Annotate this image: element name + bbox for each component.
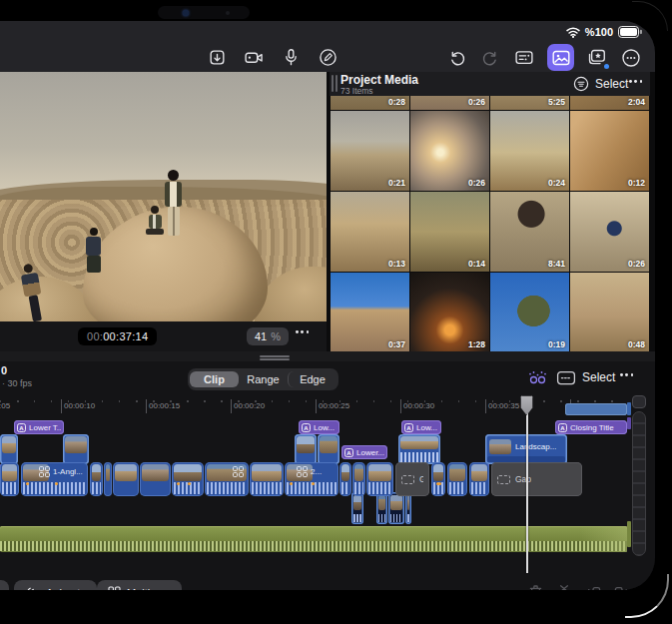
media-thumbnail[interactable]: 0:48 bbox=[570, 273, 649, 352]
media-thumbnail[interactable]: 1:28 bbox=[410, 273, 489, 352]
timeline-select-button[interactable]: Select bbox=[582, 370, 615, 384]
more-icon[interactable] bbox=[620, 47, 642, 69]
keyframe-dot bbox=[55, 482, 58, 485]
timeline-clip[interactable] bbox=[172, 462, 204, 496]
insert-icon[interactable] bbox=[584, 583, 602, 590]
timeline-clip[interactable] bbox=[469, 462, 489, 496]
music-audio-track[interactable] bbox=[0, 526, 627, 552]
title-clip[interactable]: ALow... bbox=[401, 420, 441, 434]
media-grid-viewport: 0:280:265:252:040:210:260:240:120:130:14… bbox=[331, 96, 649, 357]
insert-mode-icon[interactable] bbox=[556, 369, 576, 390]
connected-clip-below[interactable] bbox=[351, 492, 363, 524]
title-text-icon: A bbox=[558, 423, 567, 432]
media-thumbnail[interactable]: 0:37 bbox=[331, 273, 409, 352]
trash-icon[interactable] bbox=[527, 583, 544, 590]
ruler-label: 00:00:20 bbox=[234, 401, 265, 410]
timeline-clip[interactable] bbox=[140, 462, 171, 496]
toolbar-left-group bbox=[206, 46, 338, 68]
media-thumbnail[interactable]: 0:13 bbox=[331, 192, 409, 272]
media-thumbnail[interactable]: 0:12 bbox=[570, 111, 649, 191]
media-thumbnail[interactable]: 8:41 bbox=[490, 192, 569, 272]
media-more-icon[interactable] bbox=[629, 80, 642, 83]
media-thumbnail[interactable]: 5:25 bbox=[490, 96, 569, 110]
jog-wheel-icon[interactable] bbox=[526, 368, 549, 391]
title-clip[interactable]: ALower T... bbox=[14, 420, 64, 434]
animate-button[interactable]: Animate bbox=[14, 580, 97, 590]
connected-clip[interactable] bbox=[398, 434, 440, 464]
connected-clip-bar[interactable] bbox=[565, 403, 627, 415]
media-thumbnail[interactable]: 0:14 bbox=[410, 192, 489, 272]
media-thumbnail[interactable]: 0:24 bbox=[490, 111, 569, 191]
media-thumbnail[interactable]: 0:26 bbox=[410, 96, 489, 110]
connected-clip[interactable] bbox=[295, 434, 317, 464]
media-thumbnail[interactable]: 0:28 bbox=[331, 96, 409, 110]
timeline-clip[interactable] bbox=[366, 462, 393, 496]
filter-icon[interactable] bbox=[573, 76, 589, 96]
timeline-clip[interactable] bbox=[447, 462, 467, 496]
mic-icon[interactable] bbox=[280, 46, 302, 68]
media-browser-icon[interactable] bbox=[547, 44, 574, 71]
track-scrollbar[interactable] bbox=[632, 411, 646, 556]
connected-clip[interactable] bbox=[0, 434, 18, 464]
media-thumbnail[interactable]: 0:21 bbox=[331, 111, 409, 191]
paste-attributes-icon[interactable] bbox=[586, 47, 608, 69]
mode-edge[interactable]: Edge bbox=[288, 371, 336, 387]
timeline-clip[interactable] bbox=[352, 462, 365, 496]
connected-clip[interactable] bbox=[63, 434, 89, 464]
gap-clip[interactable]: Gap bbox=[491, 462, 582, 496]
media-thumbnail[interactable]: 0:19 bbox=[490, 273, 569, 352]
undo-icon[interactable] bbox=[445, 47, 467, 69]
multicam-button[interactable]: Multicam bbox=[97, 580, 182, 590]
panel-divider[interactable] bbox=[0, 351, 655, 361]
timeline-more-icon[interactable] bbox=[620, 373, 633, 376]
connected-clip[interactable] bbox=[318, 434, 339, 464]
playhead-handle[interactable] bbox=[520, 395, 533, 415]
timeline-clip[interactable] bbox=[90, 462, 103, 496]
zoom-level[interactable]: 41% bbox=[247, 327, 289, 345]
title-clip[interactable]: AClosing Title bbox=[555, 420, 627, 434]
timeline-clip[interactable] bbox=[339, 462, 351, 496]
mode-clip[interactable]: Clip bbox=[190, 371, 239, 387]
person-sitting bbox=[146, 206, 164, 235]
timeline-clip[interactable]: 1-Angl... bbox=[21, 462, 88, 496]
connected-clip-below[interactable] bbox=[388, 492, 404, 524]
ruler-tick bbox=[231, 399, 232, 413]
playhead-line bbox=[526, 407, 528, 573]
timeline-clip[interactable] bbox=[205, 462, 249, 496]
timeline-clip[interactable]: 2... bbox=[285, 462, 338, 496]
media-thumbnail[interactable]: 0:26 bbox=[570, 192, 649, 272]
connected-clip-below[interactable] bbox=[405, 492, 411, 524]
gap-clip[interactable]: Gap bbox=[395, 462, 429, 496]
keyframe-dot bbox=[290, 482, 293, 485]
track-scroll-handle[interactable] bbox=[632, 395, 646, 408]
media-thumbnail[interactable]: 0:26 bbox=[410, 111, 489, 191]
import-icon[interactable] bbox=[206, 46, 228, 68]
connected-clip-below[interactable] bbox=[376, 492, 387, 524]
mode-range[interactable]: Range bbox=[239, 371, 288, 387]
camera-icon[interactable] bbox=[243, 46, 265, 68]
multicam-label: Multicam bbox=[127, 587, 171, 591]
timecode-display[interactable]: 00:00:37:14 bbox=[78, 327, 157, 345]
pencil-icon[interactable] bbox=[317, 46, 338, 68]
media-thumbnail[interactable]: 2:04 bbox=[570, 96, 649, 110]
timeline-clip[interactable] bbox=[431, 462, 445, 496]
timeline-clip[interactable] bbox=[113, 462, 139, 496]
inspector-icon[interactable] bbox=[513, 47, 535, 69]
media-select-button[interactable]: Select bbox=[595, 77, 628, 91]
device-edge-highlight bbox=[625, 574, 669, 618]
placeholder-icon bbox=[401, 475, 414, 484]
timeline-clip[interactable] bbox=[104, 462, 112, 496]
timeline-clip[interactable] bbox=[250, 462, 284, 496]
viewer-image[interactable] bbox=[0, 72, 327, 321]
timeline-clip[interactable] bbox=[0, 462, 19, 496]
redo-icon[interactable] bbox=[479, 47, 501, 69]
keyframe-dot bbox=[177, 482, 180, 485]
blade-icon[interactable] bbox=[555, 583, 573, 590]
duration-badge: 0:26 bbox=[468, 97, 485, 107]
clip-thumbnail bbox=[297, 436, 315, 453]
viewer-more-icon[interactable] bbox=[296, 330, 309, 333]
title-clip[interactable]: ALower... bbox=[341, 445, 387, 459]
playhead[interactable] bbox=[520, 395, 534, 415]
title-clip[interactable]: ALow... bbox=[299, 420, 339, 434]
clipped-button[interactable] bbox=[0, 580, 9, 590]
